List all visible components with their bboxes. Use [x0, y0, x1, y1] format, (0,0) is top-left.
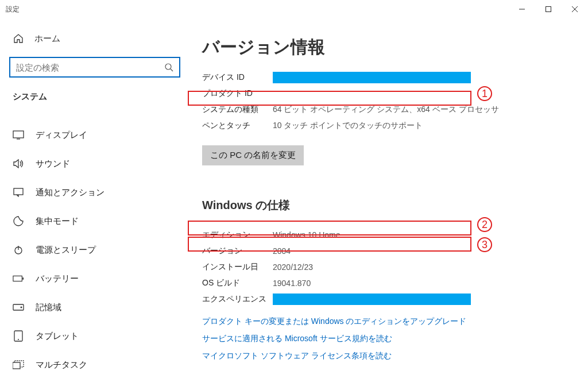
- nav-label: バッテリー: [36, 273, 79, 284]
- svg-rect-8: [14, 188, 23, 195]
- edition-value: Windows 10 Home: [273, 230, 341, 240]
- nav-label: 集中モード: [36, 216, 79, 227]
- svg-point-4: [165, 64, 171, 69]
- svg-rect-1: [546, 7, 551, 12]
- nav-item-storage[interactable]: 記憶域: [8, 293, 181, 322]
- nav-label: 電源とスリープ: [36, 245, 96, 256]
- build-label: OS ビルド: [202, 278, 273, 288]
- row-edition: エディション Windows 10 Home: [202, 227, 575, 243]
- svg-rect-11: [13, 276, 22, 281]
- row-build: OS ビルド 19041.870: [202, 275, 575, 291]
- svg-line-5: [171, 69, 173, 71]
- maximize-button[interactable]: [535, 0, 562, 18]
- search-box[interactable]: [9, 57, 180, 78]
- display-icon: [13, 129, 24, 141]
- battery-icon: [13, 273, 24, 284]
- svg-point-16: [18, 339, 19, 340]
- svg-rect-6: [13, 131, 24, 138]
- experience-label: エクスペリエンス: [202, 294, 273, 304]
- search-input[interactable]: [16, 63, 164, 72]
- nav-label: サウンド: [36, 159, 70, 169]
- row-version: バージョン 2004: [202, 243, 575, 259]
- version-value: 2004: [273, 246, 291, 256]
- row-installed: インストール日 2020/12/23: [202, 259, 575, 275]
- pen-touch-label: ペンとタッチ: [202, 121, 273, 131]
- nav-label: 記憶域: [36, 302, 61, 313]
- link-service-agreement[interactable]: サービスに適用される Microsoft サービス規約を読む: [202, 334, 575, 344]
- sidebar: ホーム システム ディスプレイ サウンド 通知とアクション: [0, 18, 189, 390]
- svg-point-14: [21, 307, 22, 308]
- nav-item-notifications[interactable]: 通知とアクション: [8, 178, 181, 207]
- version-label: バージョン: [202, 246, 273, 256]
- svg-rect-17: [13, 362, 20, 369]
- nav-item-multitask[interactable]: マルチタスク: [8, 350, 181, 379]
- nav-item-power[interactable]: 電源とスリープ: [8, 235, 181, 264]
- home-icon: [13, 33, 24, 44]
- nav-item-sound[interactable]: サウンド: [8, 149, 181, 178]
- storage-icon: [13, 302, 24, 313]
- row-device-id: デバイス ID: [202, 69, 575, 86]
- experience-redacted: [273, 294, 471, 305]
- sidebar-category: システム: [8, 91, 181, 102]
- build-value: 19041.870: [273, 279, 311, 288]
- windows-spec-title: Windows の仕様: [202, 198, 575, 213]
- titlebar: 設定: [0, 0, 588, 18]
- link-license-terms[interactable]: マイクロソフト ソフトウェア ライセンス条項を読む: [202, 351, 575, 361]
- installed-label: インストール日: [202, 262, 273, 272]
- notification-icon: [13, 187, 24, 198]
- installed-value: 2020/12/23: [273, 262, 313, 272]
- edition-label: エディション: [202, 230, 273, 240]
- minimize-button[interactable]: [509, 0, 535, 18]
- svg-rect-12: [22, 277, 24, 280]
- main-content: バージョン情報 デバイス ID プロダクト ID システムの種類 64 ビット …: [189, 18, 588, 390]
- window-title: 設定: [6, 5, 20, 14]
- titlebar-controls: [509, 0, 588, 18]
- system-type-value: 64 ビット オペレーティング システム、x64 ベース プロセッサ: [273, 105, 499, 115]
- tablet-icon: [13, 330, 24, 342]
- nav-item-display[interactable]: ディスプレイ: [8, 121, 181, 149]
- search-icon: [164, 63, 173, 72]
- pen-touch-value: 10 タッチ ポイントでのタッチのサポート: [273, 121, 423, 131]
- row-product-id: プロダクト ID: [202, 86, 575, 102]
- nav-label: マルチタスク: [36, 360, 87, 370]
- page-title: バージョン情報: [202, 36, 575, 59]
- nav-label: ディスプレイ: [36, 130, 87, 141]
- system-type-label: システムの種類: [202, 105, 273, 115]
- device-id-label: デバイス ID: [202, 72, 273, 83]
- nav-item-focus[interactable]: 集中モード: [8, 207, 181, 235]
- nav-item-battery[interactable]: バッテリー: [8, 264, 181, 293]
- close-button[interactable]: [562, 0, 588, 18]
- sound-icon: [13, 158, 24, 169]
- home-link[interactable]: ホーム: [8, 33, 181, 44]
- power-icon: [13, 244, 24, 256]
- nav-item-tablet[interactable]: タブレット: [8, 322, 181, 350]
- device-id-redacted: [273, 72, 471, 83]
- row-system-type: システムの種類 64 ビット オペレーティング システム、x64 ベース プロセ…: [202, 102, 575, 118]
- home-label: ホーム: [34, 33, 60, 44]
- link-product-key[interactable]: プロダクト キーの変更または Windows のエディションをアップグレード: [202, 316, 575, 327]
- product-id-label: プロダクト ID: [202, 88, 273, 99]
- row-pen-touch: ペンとタッチ 10 タッチ ポイントでのタッチのサポート: [202, 118, 575, 134]
- multitask-icon: [13, 359, 24, 370]
- nav-label: 通知とアクション: [36, 187, 105, 198]
- nav-label: タブレット: [36, 331, 79, 342]
- rename-pc-button[interactable]: この PC の名前を変更: [202, 145, 304, 165]
- focus-icon: [13, 215, 24, 227]
- row-experience: エクスペリエンス: [202, 291, 575, 307]
